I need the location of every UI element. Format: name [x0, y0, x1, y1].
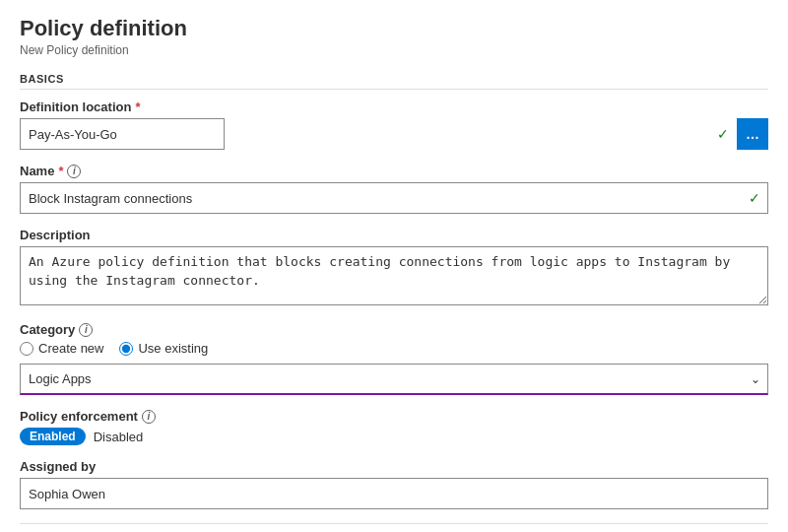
name-label: Name * i: [20, 164, 768, 178]
enforcement-disabled-label[interactable]: Disabled: [94, 430, 144, 444]
page-title: Policy definition: [20, 16, 768, 41]
description-group: Description An Azure policy definition t…: [20, 228, 768, 308]
definition-location-input-wrapper: ✓: [20, 118, 737, 150]
definition-location-group: Definition location * ✓ …: [20, 100, 768, 150]
category-create-new-option[interactable]: Create new: [20, 341, 103, 356]
assigned-by-group: Assigned by: [20, 459, 768, 509]
definition-location-input[interactable]: [20, 118, 225, 150]
name-info-icon[interactable]: i: [67, 165, 81, 178]
category-dropdown[interactable]: Logic Apps: [20, 364, 768, 395]
category-dropdown-wrapper: Logic Apps ⌄: [20, 364, 768, 395]
description-label: Description: [20, 228, 768, 242]
name-required-star: *: [58, 164, 63, 178]
definition-location-row: ✓ …: [20, 118, 768, 150]
category-create-new-radio[interactable]: [20, 342, 33, 356]
assigned-by-input[interactable]: [20, 478, 768, 509]
page-container: Policy definition New Policy definition …: [0, 0, 788, 532]
category-create-new-label: Create new: [38, 341, 103, 356]
policy-rule-section: POLICY RULE ↓ Import sample policy defin…: [20, 523, 768, 532]
required-star: *: [135, 100, 140, 114]
basics-section-header: BASICS: [20, 73, 768, 90]
description-textarea[interactable]: An Azure policy definition that blocks c…: [20, 246, 768, 305]
category-use-existing-label: Use existing: [138, 341, 208, 356]
name-check-icon: ✓: [749, 190, 760, 206]
name-input-wrapper: ✓: [20, 182, 768, 214]
category-group: Category i Create new Use existing Logic…: [20, 322, 768, 395]
category-radio-group: Create new Use existing: [20, 341, 768, 356]
policy-enforcement-toggle-group: Enabled Disabled: [20, 428, 768, 445]
policy-enforcement-group: Policy enforcement i Enabled Disabled: [20, 409, 768, 445]
definition-location-check-icon: ✓: [717, 126, 729, 142]
definition-location-label: Definition location *: [20, 100, 768, 114]
browse-button[interactable]: …: [737, 118, 768, 150]
assigned-by-label: Assigned by: [20, 459, 768, 474]
name-group: Name * i ✓: [20, 164, 768, 214]
enforcement-enabled-button[interactable]: Enabled: [20, 428, 86, 445]
page-subtitle: New Policy definition: [20, 43, 768, 57]
category-use-existing-radio[interactable]: [119, 342, 133, 356]
policy-enforcement-label: Policy enforcement i: [20, 409, 768, 424]
category-label: Category i: [20, 322, 768, 337]
category-use-existing-option[interactable]: Use existing: [119, 341, 208, 356]
policy-enforcement-info-icon[interactable]: i: [142, 410, 156, 424]
name-input[interactable]: [20, 182, 768, 214]
category-info-icon[interactable]: i: [79, 323, 93, 337]
